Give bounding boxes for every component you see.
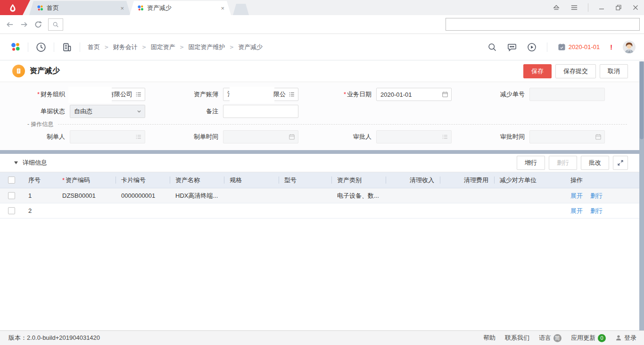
breadcrumb-item-finance[interactable]: 财务会计 xyxy=(113,43,138,51)
scrollbar-thumb[interactable] xyxy=(640,61,644,139)
table-row[interactable]: 1 DZSB00001 0000000001 HDX高清终端... 电子设备、数… xyxy=(0,188,639,203)
cancel-button[interactable]: 取消 xyxy=(600,64,628,78)
new-tab-stub[interactable] xyxy=(233,4,249,15)
app-logo[interactable] xyxy=(0,0,30,15)
cell-category[interactable] xyxy=(331,203,386,218)
cell-counter-unit[interactable] xyxy=(494,203,565,218)
row-checkbox[interactable] xyxy=(8,207,15,214)
tab-close-icon[interactable]: × xyxy=(219,5,226,12)
login-link[interactable]: 登录 xyxy=(615,334,636,342)
column-header-counter-unit[interactable]: 减少对方单位 xyxy=(494,172,565,188)
language-switch[interactable]: 语言 简 xyxy=(539,334,561,342)
cell-spec[interactable] xyxy=(224,203,279,218)
breadcrumb-item-fixed-assets[interactable]: 固定资产 xyxy=(151,43,175,51)
tab-home[interactable]: 首页 × xyxy=(29,1,131,15)
column-header-asset-code[interactable]: *资产编码 xyxy=(57,172,116,188)
lookup-list-icon[interactable] xyxy=(135,91,142,98)
minimize-icon[interactable] xyxy=(598,4,605,11)
cell-category[interactable]: 电子设备、数... xyxy=(331,188,386,203)
expand-grid-button[interactable] xyxy=(613,156,628,170)
cell-card-no[interactable]: 0000000001 xyxy=(116,188,170,203)
remark-input[interactable] xyxy=(223,105,298,118)
alert-exclamation[interactable]: ! xyxy=(610,43,612,51)
back-icon[interactable] xyxy=(6,20,14,29)
save-button[interactable]: 保存 xyxy=(523,64,552,78)
cell-asset-code[interactable]: DZSB00001 xyxy=(57,188,116,203)
cell-cleanup-fee[interactable] xyxy=(440,203,494,218)
pinwheel-icon xyxy=(137,5,144,11)
play-icon[interactable] xyxy=(527,42,537,52)
lookup-list-icon[interactable] xyxy=(289,91,295,98)
cell-asset-name[interactable]: HDX高清终端... xyxy=(170,188,224,203)
operation-info-section-header[interactable]: - 操作信息 xyxy=(14,120,627,128)
pinwheel-logo-icon[interactable] xyxy=(10,42,20,52)
cell-counter-unit[interactable] xyxy=(494,188,565,203)
column-header-card-no[interactable]: 卡片编号 xyxy=(116,172,170,188)
column-header-model[interactable]: 型号 xyxy=(279,172,331,188)
finance-org-input[interactable]: 有限公司 xyxy=(70,88,145,101)
pinwheel-icon xyxy=(37,5,43,11)
tab-asset-reduction[interactable]: 资产减少 × xyxy=(130,1,231,15)
expand-row-link[interactable]: 展开 xyxy=(570,192,583,200)
field-asset-book: 资产账簿 氵 限公 xyxy=(167,86,321,103)
cell-card-no[interactable] xyxy=(116,203,170,218)
cell-asset-code[interactable] xyxy=(57,203,116,218)
business-date-display[interactable]: 2020-01-01 xyxy=(558,43,600,51)
row-checkbox[interactable] xyxy=(8,192,15,199)
cell-spec[interactable] xyxy=(224,188,279,203)
tab-close-icon[interactable]: × xyxy=(118,5,126,12)
update-count-badge: 0 xyxy=(598,334,606,342)
cell-cleanup-income[interactable] xyxy=(386,188,440,203)
cell-cleanup-income[interactable] xyxy=(386,203,440,218)
close-icon[interactable] xyxy=(632,4,639,11)
address-bar-input[interactable] xyxy=(446,18,640,31)
column-header-asset-name[interactable]: 资产名称 xyxy=(170,172,224,188)
cell-asset-name[interactable] xyxy=(170,203,224,218)
delete-row-link[interactable]: 删行 xyxy=(590,192,603,200)
cell-cleanup-fee[interactable] xyxy=(440,188,494,203)
expand-row-link[interactable]: 展开 xyxy=(570,207,583,215)
organization-icon[interactable] xyxy=(62,42,72,52)
add-row-button[interactable]: 增行 xyxy=(517,156,545,170)
history-clock-icon[interactable] xyxy=(36,42,46,52)
breadcrumb-item-asset-reduction: 资产减少 xyxy=(238,43,263,51)
column-header-cleanup-fee[interactable]: 清理费用 xyxy=(440,172,494,188)
cell-model[interactable] xyxy=(279,203,331,218)
eject-icon[interactable] xyxy=(552,3,561,12)
delete-row-link[interactable]: 删行 xyxy=(590,207,603,215)
save-submit-button[interactable]: 保存提交 xyxy=(555,64,596,78)
field-label: 财务组织 xyxy=(41,91,65,98)
cell-model[interactable] xyxy=(279,188,331,203)
contact-link[interactable]: 联系我们 xyxy=(505,334,529,342)
breadcrumb-item-home[interactable]: 首页 xyxy=(88,43,100,51)
search-input[interactable] xyxy=(48,18,63,31)
field-label: 制单时间 xyxy=(167,133,218,141)
vertical-scrollbar[interactable] xyxy=(639,61,644,330)
business-date-input[interactable]: 2020-01-01 xyxy=(376,88,452,101)
collapse-triangle-icon[interactable] xyxy=(14,161,18,164)
column-header-spec[interactable]: 规格 xyxy=(224,172,279,188)
column-header-seq[interactable]: 序号 xyxy=(23,172,57,188)
breadcrumb-item-asset-maintenance[interactable]: 固定资产维护 xyxy=(188,43,225,51)
restore-icon[interactable] xyxy=(615,4,622,11)
batch-edit-button[interactable]: 批改 xyxy=(581,156,609,170)
select-all-checkbox[interactable] xyxy=(8,177,15,184)
menu-icon[interactable] xyxy=(570,3,578,12)
app-update-link[interactable]: 应用更新 0 xyxy=(571,334,606,342)
column-header-cleanup-income[interactable]: 清理收入 xyxy=(386,172,440,188)
divider xyxy=(28,42,28,52)
refresh-icon[interactable] xyxy=(34,20,42,29)
asset-book-input[interactable]: 氵 限公 xyxy=(223,88,298,101)
search-icon[interactable] xyxy=(487,42,497,52)
forward-icon[interactable] xyxy=(20,20,28,29)
message-icon[interactable] xyxy=(507,42,517,52)
doc-status-select[interactable]: 自由态 xyxy=(70,105,145,118)
required-mark: * xyxy=(344,91,346,98)
user-avatar[interactable] xyxy=(623,41,636,53)
delete-row-button[interactable]: 删行 xyxy=(549,156,577,170)
table-row[interactable]: 2 展开 删行 xyxy=(0,203,639,219)
table-header-row: 序号 *资产编码 卡片编号 资产名称 规格 型号 资产类别 清理收入 清理费用 … xyxy=(0,172,639,188)
help-link[interactable]: 帮助 xyxy=(483,334,495,342)
column-header-category[interactable]: 资产类别 xyxy=(331,172,386,188)
calendar-icon[interactable] xyxy=(442,91,448,98)
